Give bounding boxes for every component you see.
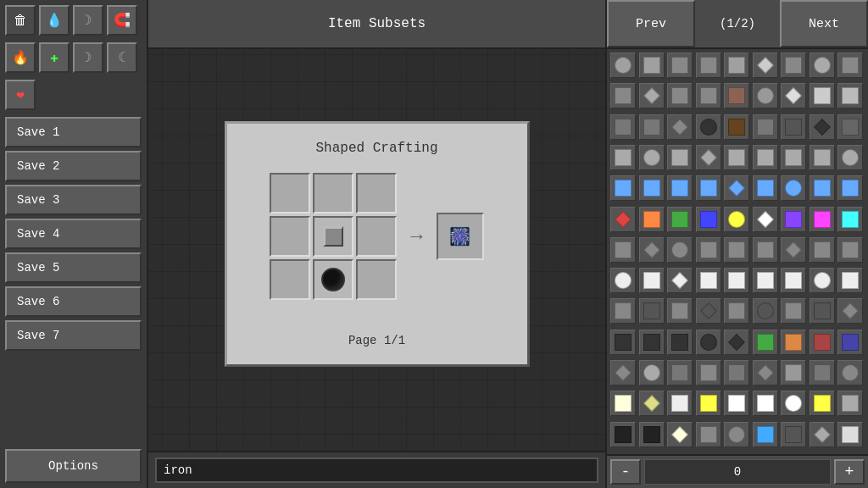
item-slot[interactable] (724, 114, 749, 140)
craft-cell-1-2[interactable] (356, 216, 397, 257)
item-slot[interactable] (837, 298, 863, 324)
craft-cell-0-2[interactable] (356, 173, 397, 214)
item-slot[interactable] (639, 268, 665, 293)
item-slot[interactable] (837, 53, 863, 78)
item-slot[interactable] (696, 83, 721, 108)
item-slot[interactable] (610, 298, 636, 324)
item-slot[interactable] (667, 422, 693, 447)
item-slot[interactable] (753, 422, 778, 447)
item-slot[interactable] (667, 207, 693, 232)
save-5-button[interactable]: Save 5 (5, 252, 142, 283)
craft-cell-0-1[interactable] (313, 173, 353, 214)
item-slot[interactable] (610, 53, 636, 78)
item-slot[interactable] (810, 237, 835, 263)
item-slot[interactable] (696, 114, 721, 140)
item-slot[interactable] (696, 298, 721, 324)
crescent2-icon[interactable]: ☾ (107, 42, 137, 73)
trash-icon[interactable]: 🗑 (5, 5, 36, 36)
item-slot[interactable] (696, 53, 721, 78)
item-slot[interactable] (781, 298, 806, 324)
item-slot[interactable] (781, 360, 806, 385)
item-slot[interactable] (696, 422, 721, 447)
plus-button[interactable]: + (834, 459, 865, 485)
item-slot[interactable] (781, 53, 806, 78)
item-slot[interactable] (696, 175, 721, 201)
item-slot[interactable] (639, 298, 665, 324)
item-slot[interactable] (610, 83, 636, 108)
item-slot[interactable] (667, 237, 693, 263)
item-slot[interactable] (837, 268, 863, 293)
item-slot[interactable] (837, 207, 863, 232)
save-6-button[interactable]: Save 6 (5, 286, 142, 317)
save-3-button[interactable]: Save 3 (5, 185, 142, 215)
item-slot[interactable] (610, 145, 636, 170)
item-slot[interactable] (639, 114, 665, 140)
item-slot[interactable] (610, 360, 636, 385)
item-slot[interactable] (639, 83, 665, 108)
item-slot[interactable] (724, 298, 749, 324)
item-slot[interactable] (810, 53, 835, 78)
item-slot[interactable] (639, 53, 665, 78)
item-slot[interactable] (639, 330, 665, 355)
item-slot[interactable] (753, 360, 778, 385)
item-slot[interactable] (810, 83, 835, 108)
item-slot[interactable] (837, 145, 863, 170)
item-slot[interactable] (667, 360, 693, 385)
item-slot[interactable] (610, 268, 636, 293)
item-slot[interactable] (781, 391, 806, 416)
item-slot[interactable] (696, 145, 721, 170)
item-slot[interactable] (810, 175, 835, 201)
item-slot[interactable] (639, 391, 665, 416)
item-slot[interactable] (639, 237, 665, 263)
item-slot[interactable] (837, 360, 863, 385)
craft-cell-2-1[interactable] (313, 259, 353, 300)
item-slot[interactable] (810, 330, 835, 355)
magnet-icon[interactable]: 🧲 (107, 5, 137, 36)
item-slot[interactable] (837, 114, 863, 140)
item-slot[interactable] (696, 237, 721, 263)
item-slot[interactable] (753, 114, 778, 140)
item-slot[interactable] (724, 237, 749, 263)
item-slot[interactable] (753, 391, 778, 416)
options-button[interactable]: Options (5, 449, 142, 483)
item-slot[interactable] (753, 175, 778, 201)
item-slot[interactable] (781, 330, 806, 355)
item-slot[interactable] (753, 298, 778, 324)
item-slot[interactable] (724, 268, 749, 293)
craft-cell-1-0[interactable] (270, 216, 310, 257)
item-slot[interactable] (696, 391, 721, 416)
item-slot[interactable] (667, 298, 693, 324)
item-slot[interactable] (837, 175, 863, 201)
item-slot[interactable] (724, 145, 749, 170)
next-button[interactable]: Next (780, 0, 868, 47)
crescent-icon[interactable]: ☽ (73, 5, 103, 36)
item-slot[interactable] (781, 207, 806, 232)
item-slot[interactable] (810, 268, 835, 293)
item-slot[interactable] (753, 268, 778, 293)
item-slot[interactable] (781, 83, 806, 108)
item-slot[interactable] (724, 175, 749, 201)
item-slot[interactable] (610, 330, 636, 355)
item-slot[interactable] (810, 114, 835, 140)
item-slot[interactable] (810, 145, 835, 170)
water-icon[interactable]: 💧 (39, 5, 70, 36)
item-slot[interactable] (667, 145, 693, 170)
heart-icon[interactable]: ❤ (5, 80, 36, 110)
save-2-button[interactable]: Save 2 (5, 151, 142, 181)
moon-icon[interactable]: ☽ (73, 42, 103, 73)
item-slot[interactable] (667, 330, 693, 355)
item-slot[interactable] (667, 114, 693, 140)
item-slot[interactable] (781, 114, 806, 140)
craft-cell-1-1[interactable] (313, 216, 353, 257)
item-slot[interactable] (837, 83, 863, 108)
item-slot[interactable] (610, 422, 636, 447)
item-slot[interactable] (724, 83, 749, 108)
item-slot[interactable] (781, 145, 806, 170)
save-4-button[interactable]: Save 4 (5, 219, 142, 249)
item-slot[interactable] (639, 145, 665, 170)
item-slot[interactable] (639, 422, 665, 447)
item-slot[interactable] (837, 391, 863, 416)
item-slot[interactable] (781, 175, 806, 201)
item-slot[interactable] (667, 268, 693, 293)
item-slot[interactable] (810, 391, 835, 416)
